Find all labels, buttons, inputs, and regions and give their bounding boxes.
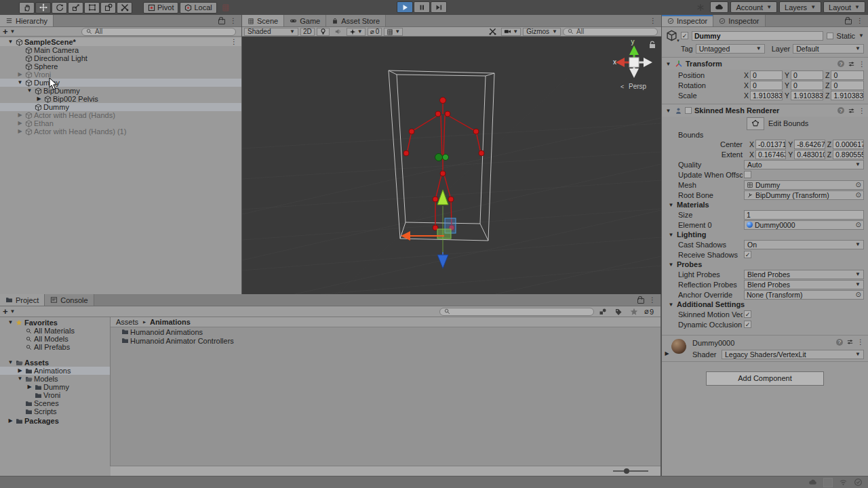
bounds-center-x-field[interactable]: -0.013714 <box>755 140 786 149</box>
tag-dropdown[interactable]: Untagged▼ <box>696 44 765 54</box>
panel-menu-icon[interactable]: ⋮ <box>230 17 237 24</box>
effects-dropdown[interactable]: ▼ <box>347 28 366 36</box>
tree-item[interactable]: ▶Dummy <box>0 383 110 391</box>
foldout-icon[interactable]: ▶ <box>663 350 671 357</box>
gameobject-icon-button[interactable]: ▼ <box>666 30 677 41</box>
shader-dropdown[interactable]: Legacy Shaders/VertexLit▼ <box>722 350 864 359</box>
tab-asset-store[interactable]: Asset Store <box>326 15 386 26</box>
pivot-toggle[interactable]: Pivot <box>143 2 178 14</box>
component-menu-icon[interactable]: ⋮ <box>859 107 865 115</box>
position-z-field[interactable]: 0 <box>831 70 864 80</box>
probes-foldout[interactable]: ▼Probes <box>662 260 868 269</box>
scale-y-field[interactable]: 1.910383 <box>791 91 823 100</box>
tree-item-selected[interactable]: Dummy <box>0 103 241 111</box>
position-x-field[interactable]: 0 <box>750 70 783 80</box>
hidden-objects-toggle[interactable]: ⌀0 <box>368 28 382 36</box>
file-item[interactable]: Humanoid Animator Controllers <box>111 336 660 345</box>
scene-search-input[interactable]: All <box>563 28 658 36</box>
local-toggle[interactable]: Local <box>180 2 216 14</box>
search-by-label-icon[interactable] <box>614 308 623 316</box>
step-button[interactable] <box>431 1 447 13</box>
tree-item[interactable]: Sphere <box>0 62 241 70</box>
scene-menu-icon[interactable]: ⋮ <box>231 38 237 46</box>
root-bone-object-field[interactable]: BipDummy (Transform) ⊙ <box>744 190 864 200</box>
gizmo-y-arrow[interactable] <box>437 190 448 205</box>
panel-menu-icon[interactable]: ⋮ <box>650 17 656 24</box>
move-tool-button[interactable] <box>35 2 51 14</box>
grid-snap-button[interactable] <box>218 2 234 14</box>
slider-knob[interactable] <box>624 468 629 474</box>
scale-z-field[interactable]: 1.910383 <box>831 91 864 100</box>
persp-label[interactable]: Persp <box>629 83 647 90</box>
rotation-y-field[interactable]: 0 <box>791 81 823 90</box>
scene-tools-button[interactable] <box>486 28 499 36</box>
help-icon[interactable]: ? <box>836 339 843 346</box>
tab-inspector-1[interactable]: Inspector <box>662 15 713 26</box>
tab-scene[interactable]: Scene <box>242 15 284 26</box>
rotate-tool-button[interactable] <box>52 2 67 14</box>
lock-icon[interactable] <box>650 41 655 48</box>
grid-visibility-dropdown[interactable]: ▼ <box>384 28 403 36</box>
tree-item[interactable]: Main Camera <box>0 46 241 54</box>
tree-item[interactable]: ▶Actor with Head (Hands) (1) <box>0 127 241 136</box>
materials-size-field[interactable]: 1 <box>744 210 864 220</box>
scene-camera-dropdown[interactable]: ▼ <box>501 28 521 36</box>
tree-item[interactable]: All Models <box>0 335 110 343</box>
gizmo-plane-xz[interactable] <box>437 229 451 239</box>
project-search-input[interactable] <box>439 308 594 316</box>
gizmo-center-cube[interactable] <box>629 58 639 67</box>
object-name-field[interactable]: Dummy <box>692 31 823 41</box>
add-object-button[interactable]: + <box>3 28 8 35</box>
smr-component-header[interactable]: ▼ Skinned Mesh Renderer ? ⋮ <box>662 104 868 117</box>
favorites-filter-icon[interactable] <box>630 308 638 316</box>
create-asset-button[interactable]: + <box>3 308 8 315</box>
chevron-down-icon[interactable]: ▼ <box>10 308 16 314</box>
shading-mode-dropdown[interactable]: Shaded▼ <box>244 28 298 36</box>
object-picker-icon[interactable]: ⊙ <box>856 291 861 298</box>
tree-item-selected[interactable]: ▶Animations <box>0 367 110 375</box>
tree-item[interactable]: All Prefabs <box>0 343 110 351</box>
tree-item[interactable]: Scripts <box>0 407 110 415</box>
object-picker-icon[interactable]: ⊙ <box>856 221 861 228</box>
update-offscreen-checkbox[interactable] <box>744 171 751 178</box>
layer-dropdown[interactable]: Default▼ <box>793 44 864 54</box>
cloud-button[interactable] <box>710 1 728 13</box>
tree-item[interactable]: ▶Ethan <box>0 119 241 127</box>
gizmos-dropdown[interactable]: Gizmos▼ <box>523 28 561 36</box>
foldout-icon[interactable]: ▶ <box>16 119 24 127</box>
gizmo-z-arrow[interactable] <box>437 255 448 268</box>
mesh-object-field[interactable]: Dummy ⊙ <box>744 180 864 190</box>
foldout-icon[interactable]: ▶ <box>16 127 24 136</box>
object-picker-icon[interactable]: ⊙ <box>856 191 861 199</box>
pause-button[interactable] <box>414 1 430 13</box>
tree-item[interactable]: ▶Actor with Head (Hands) <box>0 111 241 119</box>
audio-toggle[interactable] <box>332 28 344 36</box>
scale-tool-button[interactable] <box>68 2 83 14</box>
bounds-extent-z-field[interactable]: 0.8905555 <box>833 150 864 159</box>
breadcrumb-assets[interactable]: Assets <box>116 318 138 326</box>
foldout-icon[interactable]: ▼ <box>665 61 672 67</box>
orientation-gizmo[interactable]: y x Persp < <box>613 38 655 90</box>
help-icon[interactable]: ? <box>837 60 844 67</box>
foldout-icon[interactable]: ▼ <box>26 87 33 95</box>
tree-item[interactable]: Directional Light <box>0 54 241 62</box>
tab-game[interactable]: Game <box>284 15 326 26</box>
bounds-center-y-field[interactable]: -8.642673 <box>794 140 825 149</box>
add-component-button[interactable]: Add Component <box>706 371 824 386</box>
component-enabled-checkbox[interactable] <box>685 107 692 114</box>
network-status-icon[interactable] <box>839 478 848 487</box>
axis-x-handle[interactable] <box>616 58 625 67</box>
transform-gizmo[interactable] <box>401 190 456 268</box>
materials-foldout[interactable]: ▼Materials <box>662 200 868 209</box>
cast-shadows-dropdown[interactable]: On▼ <box>744 240 864 249</box>
foldout-icon[interactable]: ▶ <box>16 70 24 79</box>
lock-icon[interactable] <box>637 298 644 304</box>
layers-dropdown[interactable]: Layers▼ <box>779 1 821 13</box>
tree-item[interactable]: ▼Models <box>0 375 110 383</box>
material-thumbnail[interactable] <box>671 339 686 354</box>
tree-item-packages[interactable]: ▶Packages <box>0 417 110 425</box>
foldout-icon[interactable]: ▶ <box>16 111 24 119</box>
collab-button[interactable] <box>692 1 708 13</box>
axis-y-handle[interactable] <box>629 45 639 55</box>
active-checkbox[interactable]: ✓ <box>681 32 688 39</box>
